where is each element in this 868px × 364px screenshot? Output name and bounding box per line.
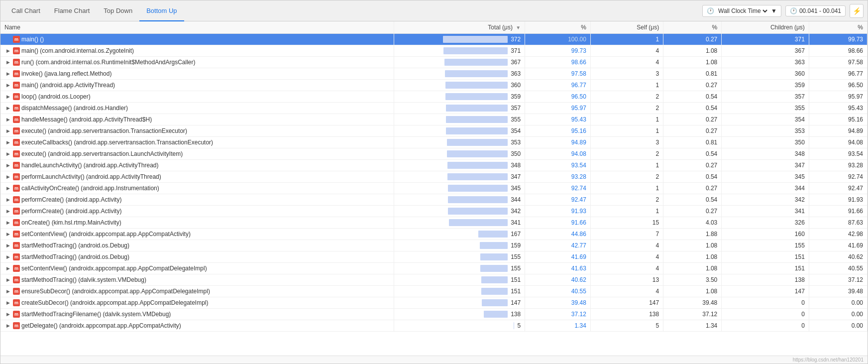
name-cell: ▶mstartMethodTracingFilename() (dalvik.s… [0,309,394,320]
table-row[interactable]: ▶minvoke() (java.lang.reflect.Method)363… [0,68,868,80]
expand-arrow-icon[interactable]: ▶ [4,185,11,192]
expand-arrow-icon[interactable]: ▶ [4,265,11,272]
expand-arrow-icon[interactable]: ▶ [4,173,11,180]
table-row[interactable]: ▶mcallActivityOnCreate() (android.app.In… [0,183,868,194]
pct1-cell: 96.77 [525,80,591,91]
expand-arrow-icon[interactable]: ▶ [4,231,11,238]
pct3-cell: 95.16 [809,114,867,125]
table-row[interactable]: ▶msetContentView() (androidx.appcompat.a… [0,263,868,274]
table-row[interactable]: ▶monCreate() (kim.hsl.rtmp.MainActivity)… [0,217,868,229]
header-total[interactable]: Total (μs) ▼ [394,21,525,34]
expand-arrow-icon[interactable]: ▶ [4,219,11,226]
table-row[interactable]: ▶mmain() (android.app.ActivityThread)360… [0,80,868,91]
tab-top-down[interactable]: Top Down [97,1,139,21]
pct2-cell: 0.54 [663,171,722,183]
table-row[interactable]: ▶mperformCreate() (android.app.Activity)… [0,206,868,217]
table-row[interactable]: mmain() ()372100.0010.2737199.73 [0,34,868,45]
expand-arrow-icon[interactable]: ▶ [4,47,11,54]
expand-arrow-icon[interactable]: ▶ [4,150,11,157]
function-name: execute() (android.app.servertransaction… [21,150,183,157]
expand-arrow-icon[interactable] [4,36,11,43]
pct3-cell: 97.58 [809,57,867,68]
table-row[interactable]: ▶mperformLaunchActivity() (android.app.A… [0,171,868,183]
pct2-cell: 0.27 [663,183,722,194]
function-name: setContentView() (androidx.appcompat.app… [21,231,191,238]
pct2-cell: 1.08 [663,57,722,68]
name-cell: ▶mloop() (android.os.Looper) [0,91,394,103]
expand-arrow-icon[interactable]: ▶ [4,299,11,306]
children-cell: 347 [722,160,809,171]
pct1-value: 44.86 [571,231,586,238]
self-cell: 1 [590,160,663,171]
tab-call-chart[interactable]: Call Chart [4,1,47,21]
pct3-cell: 93.28 [809,160,867,171]
pct1-value: 95.97 [571,105,586,112]
expand-arrow-icon[interactable]: ▶ [4,196,11,203]
expand-arrow-icon[interactable]: ▶ [4,127,11,134]
expand-arrow-icon[interactable]: ▶ [4,59,11,66]
expand-arrow-icon[interactable]: ▶ [4,311,11,318]
expand-arrow-icon[interactable]: ▶ [4,139,11,146]
table-row[interactable]: ▶mexecute() (android.app.servertransacti… [0,125,868,137]
pct1-value: 91.93 [571,208,586,215]
expand-arrow-icon[interactable]: ▶ [4,162,11,169]
total-cell: 344 [394,194,525,206]
clock-select[interactable]: 🕐 Wall Clock Time Thread Time ▼ [702,5,781,17]
m-badge: m [13,231,20,238]
expand-arrow-icon[interactable]: ▶ [4,242,11,249]
expand-arrow-icon[interactable]: ▶ [4,116,11,123]
table-body: mmain() ()372100.0010.2737199.73▶mmain()… [0,34,868,332]
total-value: 341 [511,219,521,226]
expand-arrow-icon[interactable]: ▶ [4,322,11,329]
expand-arrow-icon[interactable]: ▶ [4,208,11,215]
expand-arrow-icon[interactable]: ▶ [4,276,11,283]
table-row[interactable]: ▶mhandleMessage() (android.app.ActivityT… [0,114,868,125]
pct1-value: 93.28 [571,173,586,180]
tab-bottom-up[interactable]: Bottom Up [139,1,184,21]
table-row[interactable]: ▶mstartMethodTracing() (android.os.Debug… [0,240,868,251]
tab-flame-chart[interactable]: Flame Chart [47,1,97,21]
table-row[interactable]: ▶mstartMethodTracingFilename() (dalvik.s… [0,309,868,320]
pct1-value: 100.00 [568,36,586,43]
tabs-right: 🕐 Wall Clock Time Thread Time ▼ 🕐 00.041… [702,4,864,18]
table-row[interactable]: ▶mhandleLaunchActivity() (android.app.Ac… [0,160,868,171]
pct1-cell: 95.16 [525,125,591,137]
expand-arrow-icon[interactable]: ▶ [4,70,11,77]
self-cell: 2 [590,194,663,206]
table-row[interactable]: ▶mdispatchMessage() (android.os.Handler)… [0,103,868,114]
table-row[interactable]: ▶mstartMethodTracing() (dalvik.system.VM… [0,274,868,286]
expand-arrow-icon[interactable]: ▶ [4,93,11,100]
pct2-cell: 0.27 [663,206,722,217]
expand-arrow-icon[interactable]: ▶ [4,105,11,112]
function-name: main() (android.app.ActivityThread) [21,82,115,89]
table-row[interactable]: ▶mmain() (com.android.internal.os.Zygote… [0,45,868,57]
pct2-cell: 39.48 [663,297,722,309]
pct2-cell: 0.81 [663,68,722,80]
expand-arrow-icon[interactable]: ▶ [4,82,11,89]
table-row[interactable]: ▶mperformCreate() (android.app.Activity)… [0,194,868,206]
function-name: loop() (android.os.Looper) [21,93,91,100]
name-cell: ▶monCreate() (kim.hsl.rtmp.MainActivity) [0,217,394,229]
table-row[interactable]: ▶mstartMethodTracing() (android.os.Debug… [0,251,868,263]
table-row[interactable]: ▶mgetDelegate() (androidx.appcompat.app.… [0,320,868,332]
filter-button[interactable]: ⚡ [850,4,864,18]
clock-dropdown[interactable]: Wall Clock Time Thread Time [716,7,769,15]
table-row[interactable]: ▶mensureSubDecor() (androidx.appcompat.a… [0,286,868,297]
self-cell: 2 [590,103,663,114]
pct1-cell: 91.66 [525,217,591,229]
expand-arrow-icon[interactable]: ▶ [4,253,11,260]
expand-arrow-icon[interactable]: ▶ [4,288,11,295]
m-badge: m [13,47,20,54]
m-badge: m [13,70,20,77]
pct1-cell: 93.28 [525,171,591,183]
table-row[interactable]: ▶mrun() (com.android.internal.os.Runtime… [0,57,868,68]
pct2-cell: 1.88 [663,229,722,240]
table-row[interactable]: ▶mloop() (android.os.Looper)35996.5020.5… [0,91,868,103]
table-row[interactable]: ▶mcreateSubDecor() (androidx.appcompat.a… [0,297,868,309]
self-cell: 2 [590,171,663,183]
table-row[interactable]: ▶mexecuteCallbacks() (android.app.server… [0,137,868,148]
table-row[interactable]: ▶mexecute() (android.app.servertransacti… [0,148,868,160]
total-cell: 350 [394,148,525,160]
children-cell: 354 [722,114,809,125]
table-row[interactable]: ▶msetContentView() (androidx.appcompat.a… [0,229,868,240]
